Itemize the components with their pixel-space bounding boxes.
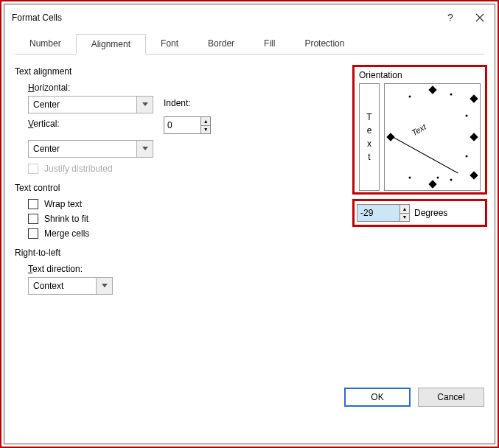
horizontal-value: Center: [29, 99, 136, 110]
spinner-up-icon[interactable]: ▲: [400, 205, 409, 214]
merge-cells-checkbox[interactable]: Merge cells: [28, 228, 484, 239]
format-cells-dialog: Format Cells ? Number Alignment Font Bor…: [4, 4, 495, 444]
title-bar: Format Cells ?: [4, 4, 495, 31]
tab-fill[interactable]: Fill: [249, 34, 290, 54]
tabs: Number Alignment Font Border Fill Protec…: [15, 34, 484, 55]
right-to-left-label: Right-to-left: [15, 248, 484, 258]
close-icon: [475, 13, 484, 22]
chevron-down-icon: [136, 97, 153, 113]
help-button[interactable]: ?: [436, 4, 465, 31]
svg-marker-4: [102, 284, 108, 287]
tab-font[interactable]: Font: [146, 34, 193, 54]
tab-number[interactable]: Number: [15, 34, 76, 54]
close-button[interactable]: [465, 4, 495, 31]
degrees-highlight: ▲▼ Degrees: [352, 199, 487, 227]
degrees-spinner[interactable]: ▲▼: [357, 204, 410, 222]
vertical-value: Center: [29, 144, 136, 154]
spinner-down-icon[interactable]: ▼: [400, 214, 409, 222]
indent-label: Indent:: [164, 98, 191, 108]
vertical-text-button[interactable]: Text: [359, 83, 380, 191]
chevron-down-icon: [136, 141, 153, 157]
tab-alignment[interactable]: Alignment: [76, 34, 146, 55]
text-direction-combo[interactable]: Context: [28, 277, 113, 295]
text-direction-value: Context: [29, 281, 96, 291]
vertical-label: Vertical:: [28, 119, 153, 129]
svg-marker-3: [142, 147, 148, 150]
spinner-up-icon[interactable]: ▲: [201, 117, 210, 126]
svg-marker-2: [142, 102, 148, 106]
tab-protection[interactable]: Protection: [290, 34, 359, 54]
tab-border[interactable]: Border: [193, 34, 249, 54]
window-title: Format Cells: [12, 13, 436, 23]
orientation-highlight: Orientation Text: [352, 65, 487, 195]
ok-button[interactable]: OK: [344, 388, 411, 407]
degrees-label: Degrees: [414, 208, 447, 218]
cancel-button[interactable]: Cancel: [418, 388, 484, 407]
indent-spinner[interactable]: ▲▼: [164, 116, 211, 134]
horizontal-combo[interactable]: Center: [28, 96, 153, 113]
vertical-combo[interactable]: Center: [28, 140, 153, 158]
orientation-label: Orientation: [359, 70, 481, 80]
text-direction-label: Text direction:: [28, 264, 484, 274]
indent-value[interactable]: [164, 117, 200, 133]
chevron-down-icon: [96, 278, 112, 294]
degrees-value[interactable]: [357, 205, 399, 221]
dial-text: Text: [410, 122, 428, 137]
spinner-down-icon[interactable]: ▼: [201, 126, 210, 134]
orientation-dial[interactable]: Text: [384, 83, 481, 191]
